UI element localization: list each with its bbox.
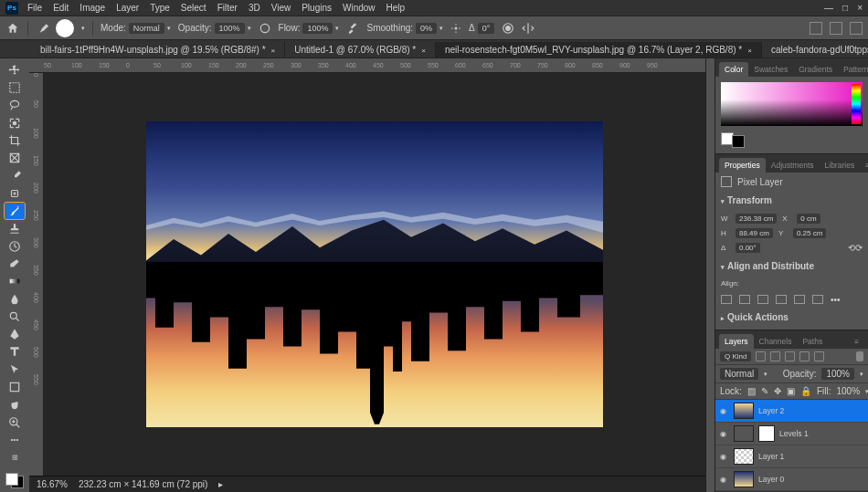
search-button[interactable] <box>830 22 842 35</box>
transform-header[interactable]: ▾Transform <box>721 192 863 209</box>
blend-mode-select[interactable]: Normal <box>720 368 758 380</box>
flip-buttons[interactable]: ⟲⟳ <box>848 243 863 253</box>
more-icon[interactable]: ••• <box>831 295 842 304</box>
mode-value[interactable]: Normal <box>129 23 164 34</box>
frame-tool[interactable] <box>5 150 25 165</box>
document-tab[interactable]: bill-fairs-1tPff9Hn4W-unsplash.jpg @ 19.… <box>31 42 285 58</box>
edit-toolbar[interactable]: ⊞ <box>5 450 25 466</box>
document-tab[interactable]: caleb-fandora-gdUf0tpps0Q-unsplash.jpg @… <box>762 42 868 58</box>
flow-control[interactable]: Flow: 100% ▾ <box>279 23 340 34</box>
mode-dropdown[interactable]: Mode: Normal ▾ <box>101 23 171 34</box>
document-canvas[interactable] <box>146 121 603 427</box>
lock-pixels-icon[interactable]: ✎ <box>761 386 768 396</box>
smoothing-value[interactable]: 0% <box>416 23 437 34</box>
layer-row[interactable]: ◉ Layer 1 <box>715 445 868 468</box>
layer-row[interactable]: ◉ Layer 0 <box>715 468 868 491</box>
filter-kind[interactable]: Q Kind <box>720 351 751 361</box>
adjustments-tab[interactable]: Adjustments <box>766 158 820 173</box>
lock-position-icon[interactable]: ✥ <box>774 386 781 396</box>
visibility-icon[interactable]: ◉ <box>720 476 729 484</box>
lock-artboard-icon[interactable]: ▣ <box>787 386 795 396</box>
layer-thumbnail[interactable] <box>734 425 754 442</box>
healing-tool[interactable] <box>5 185 25 201</box>
width-field[interactable]: 236.38 cm <box>736 214 777 224</box>
color-swatches-mini[interactable] <box>721 130 863 148</box>
layers-tab[interactable]: Layers <box>719 334 754 349</box>
menu-layer[interactable]: Layer <box>116 3 139 13</box>
type-tool[interactable] <box>5 344 25 360</box>
airbrush-icon[interactable] <box>346 22 359 35</box>
layer-thumbnail[interactable] <box>734 403 754 419</box>
menu-3d[interactable]: 3D <box>249 3 260 13</box>
lock-all-icon[interactable]: 🔒 <box>800 386 811 396</box>
document-tab[interactable]: Untitled-1 @ 67.0% (RGB/8) *× <box>285 42 436 58</box>
angle-value[interactable]: 0° <box>478 23 495 34</box>
visibility-icon[interactable]: ◉ <box>720 430 729 438</box>
menu-help[interactable]: Help <box>386 3 406 13</box>
shape-tool[interactable] <box>5 379 25 394</box>
horizontal-ruler[interactable]: 5010015005010015020025030035040045050055… <box>29 58 705 73</box>
hand-tool[interactable] <box>5 397 25 413</box>
menu-edit[interactable]: Edit <box>53 3 69 13</box>
smoothing-control[interactable]: Smoothing: 0% ▾ <box>366 23 443 34</box>
menu-file[interactable]: File <box>27 3 42 13</box>
menu-view[interactable]: View <box>271 3 291 13</box>
eraser-tool[interactable] <box>5 256 25 271</box>
align-left-icon[interactable] <box>721 295 732 304</box>
opacity-control[interactable]: Opacity: 100% ▾ <box>178 23 251 34</box>
minimize-button[interactable]: — <box>824 3 833 13</box>
properties-tab[interactable]: Properties <box>719 158 766 173</box>
zoom-tool[interactable] <box>5 414 25 430</box>
foreground-color[interactable] <box>5 473 18 486</box>
document-tab-active[interactable]: neil-rosenstech-fgt0M5wI_RVY-unsplash.jp… <box>436 42 762 58</box>
canvas-viewport[interactable] <box>44 73 705 476</box>
home-button[interactable] <box>5 21 20 36</box>
pen-tool[interactable] <box>5 326 25 341</box>
swatches-tab[interactable]: Swatches <box>748 62 793 77</box>
filter-smart-icon[interactable] <box>814 351 824 361</box>
layer-opacity-value[interactable]: 100% <box>821 368 854 380</box>
layer-thumbnail[interactable] <box>734 448 754 465</box>
align-center-v-icon[interactable] <box>794 295 805 304</box>
marquee-tool[interactable] <box>5 79 25 95</box>
y-field[interactable]: 0.25 cm <box>793 228 826 238</box>
opacity-value[interactable]: 100% <box>215 23 245 34</box>
crop-tool[interactable] <box>5 132 25 148</box>
align-bottom-icon[interactable] <box>812 295 823 304</box>
paths-tab[interactable]: Paths <box>797 334 828 349</box>
zoom-value[interactable]: 16.67% <box>37 479 68 489</box>
lasso-tool[interactable] <box>5 98 25 113</box>
angle-field[interactable]: 0.00° <box>736 243 760 253</box>
visibility-icon[interactable]: ◉ <box>720 453 729 461</box>
align-center-h-icon[interactable] <box>739 295 750 304</box>
workspace-button[interactable] <box>810 22 822 35</box>
filter-switch[interactable] <box>856 351 863 361</box>
align-right-icon[interactable] <box>757 295 768 304</box>
share-button[interactable] <box>850 22 863 35</box>
filter-type-icon[interactable] <box>785 351 795 361</box>
menu-type[interactable]: Type <box>150 3 170 13</box>
brush-preset-picker[interactable]: ▾ <box>81 25 85 32</box>
close-button[interactable]: × <box>857 3 863 13</box>
fill-value[interactable]: 100% <box>836 386 860 396</box>
vertical-ruler[interactable]: 050100150200250300350400450500550 <box>29 73 44 476</box>
filter-shape-icon[interactable] <box>799 351 810 361</box>
layer-name[interactable]: Layer 1 <box>758 452 784 461</box>
bg-box[interactable] <box>732 135 745 148</box>
stamp-tool[interactable] <box>5 221 25 236</box>
patterns-tab[interactable]: Patterns <box>838 62 868 77</box>
layer-row[interactable]: ◉ Levels 1 <box>715 423 868 445</box>
doc-info-arrow[interactable]: ▸ <box>218 479 223 489</box>
flow-value[interactable]: 100% <box>302 23 333 34</box>
maximize-button[interactable]: □ <box>842 3 848 13</box>
channels-tab[interactable]: Channels <box>754 334 798 349</box>
quick-actions-header[interactable]: ▸Quick Actions <box>721 309 863 326</box>
color-tab[interactable]: Color <box>719 62 748 77</box>
move-tool[interactable] <box>5 62 25 78</box>
panel-collapse-strip[interactable] <box>705 58 715 492</box>
color-swatches[interactable] <box>5 473 24 488</box>
close-icon[interactable]: × <box>421 47 426 55</box>
filter-adjust-icon[interactable] <box>770 351 780 361</box>
hue-slider[interactable] <box>852 84 861 124</box>
menu-window[interactable]: Window <box>343 3 376 13</box>
